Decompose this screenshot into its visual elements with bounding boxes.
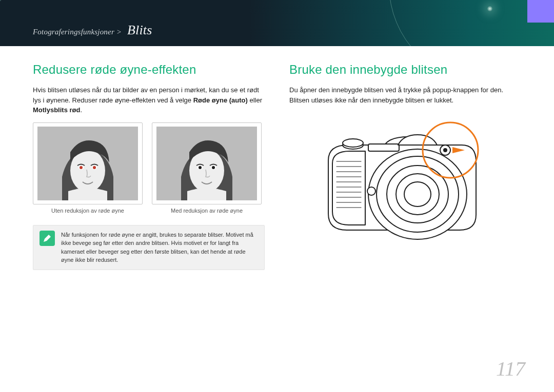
left-body-end: . — [80, 106, 82, 114]
right-heading: Bruke den innebygde blitsen — [289, 63, 521, 77]
breadcrumb-current: Blits — [127, 23, 152, 37]
face-illustration-fixed-eyes — [156, 127, 257, 200]
svg-point-25 — [404, 182, 431, 207]
right-eye-pupil — [212, 166, 215, 169]
left-body-bold2: Motlysblits rød — [33, 106, 80, 114]
banner-flare — [487, 6, 492, 11]
left-body-bold1: Røde øyne (auto) — [193, 96, 248, 104]
face-frame — [152, 122, 262, 204]
face-frame — [33, 122, 143, 204]
svg-rect-18 — [368, 144, 399, 151]
side-tab — [527, 0, 554, 23]
camera-illustration-wrap — [289, 114, 521, 253]
note-box: Når funksjonen for røde øyne er angitt, … — [33, 225, 265, 270]
right-eye-pupil — [93, 166, 96, 169]
left-column: Redusere røde øyne-effekten Hvis blitsen… — [33, 63, 265, 270]
right-column: Bruke den innebygde blitsen Du åpner den… — [289, 63, 521, 270]
face-figure-without: Uten reduksjon av røde øyne — [33, 122, 143, 214]
left-heading: Redusere røde øyne-effekten — [33, 63, 265, 77]
left-eye-pupil — [199, 166, 202, 169]
camera-illustration — [308, 114, 503, 253]
face-figure-row: Uten reduksjon av røde øyne — [33, 122, 265, 214]
face-caption: Med reduksjon av røde øyne — [152, 208, 262, 214]
face-caption: Uten reduksjon av røde øyne — [33, 208, 143, 214]
left-body-mid: eller — [248, 96, 262, 104]
left-eye-pupil — [80, 166, 83, 169]
content: Redusere røde øyne-effekten Hvis blitsen… — [0, 46, 554, 270]
pen-icon — [39, 231, 55, 246]
right-body: Du åpner den innebygde blitsen ved å try… — [289, 85, 521, 105]
face-illustration-red-eyes — [37, 127, 138, 200]
note-text: Når funksjonen for røde øyne er angitt, … — [61, 231, 258, 264]
breadcrumb-parent: Fotograferingsfunksjoner > — [33, 28, 122, 36]
svg-point-29 — [443, 148, 447, 152]
svg-point-26 — [367, 187, 375, 195]
svg-point-20 — [343, 139, 363, 147]
left-body: Hvis blitsen utløses når du tar bilder a… — [33, 85, 265, 115]
breadcrumb: Fotograferingsfunksjoner > Blits — [33, 23, 152, 38]
page-number: 117 — [496, 357, 525, 381]
header-banner: Fotograferingsfunksjoner > Blits — [0, 0, 554, 46]
face-figure-with: Med reduksjon av røde øyne — [152, 122, 262, 214]
